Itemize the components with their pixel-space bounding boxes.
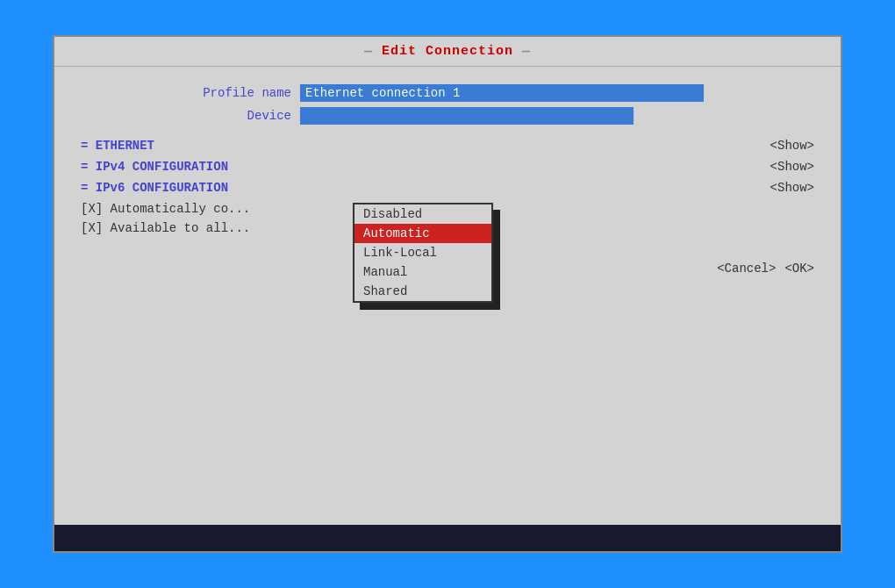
available-label[interactable]: [X] Available to all... <box>81 221 250 235</box>
dropdown-box[interactable]: Disabled Automatic Link-Local Manual Sha… <box>353 203 493 303</box>
ipv6-section-row: = IPv6 CONFIGURATION <Show> <box>81 181 814 195</box>
title-text: Edit Connection <box>382 44 513 59</box>
cancel-button[interactable]: <Cancel> <box>717 262 776 276</box>
device-input[interactable] <box>300 107 634 125</box>
dropdown-option-disabled[interactable]: Disabled <box>354 204 491 224</box>
dropdown-option-manual[interactable]: Manual <box>354 262 491 282</box>
ipv4-section-row: = IPv4 CONFIGURATION <Show> <box>81 160 814 174</box>
profile-name-label: Profile name <box>81 86 291 100</box>
ethernet-show-btn[interactable]: <Show> <box>770 139 814 153</box>
ipv6-show-btn[interactable]: <Show> <box>770 181 814 195</box>
dropdown-overlay: Disabled Automatic Link-Local Manual Sha… <box>353 203 493 303</box>
bottom-bar <box>54 525 841 551</box>
ipv4-label: = IPv4 CONFIGURATION <box>81 160 228 174</box>
profile-name-input[interactable] <box>300 84 704 102</box>
profile-name-row: Profile name <box>81 84 814 102</box>
ok-button[interactable]: <OK> <box>784 262 814 276</box>
device-row: Device <box>81 107 814 125</box>
ipv4-show-btn[interactable]: <Show> <box>770 160 814 174</box>
dropdown-option-shared[interactable]: Shared <box>354 282 491 301</box>
title-bar: Edit Connection <box>54 37 841 67</box>
ethernet-section-row: = ETHERNET <Show> <box>81 139 814 153</box>
dropdown-option-automatic[interactable]: Automatic <box>354 224 491 243</box>
terminal-window: Edit Connection Profile name Device = ET… <box>53 35 842 553</box>
dropdown-container: Disabled Automatic Link-Local Manual Sha… <box>353 203 493 303</box>
device-label: Device <box>81 109 291 123</box>
auto-connect-label[interactable]: [X] Automatically co... <box>81 202 250 216</box>
dropdown-option-link-local[interactable]: Link-Local <box>354 243 491 262</box>
ethernet-label: = ETHERNET <box>81 139 154 153</box>
main-content: Profile name Device = ETHERNET <Show> = … <box>54 67 841 293</box>
ipv6-label: = IPv6 CONFIGURATION <box>81 181 228 195</box>
